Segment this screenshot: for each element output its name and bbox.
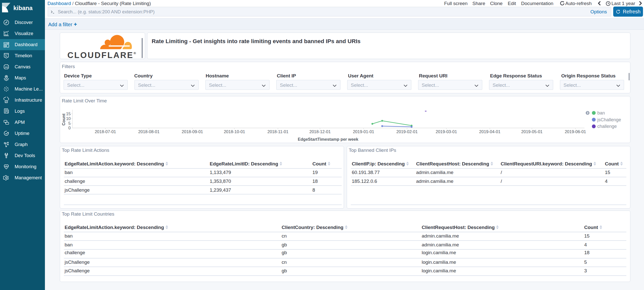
svg-text:2019-05-01: 2019-05-01 (521, 129, 543, 134)
svg-text:2019-06-01: 2019-06-01 (565, 129, 586, 134)
svg-text:2019-02-01: 2019-02-01 (396, 129, 418, 134)
svg-text:2018-07-01: 2018-07-01 (95, 129, 116, 134)
svg-text:2018-09-01: 2018-09-01 (182, 129, 203, 134)
svg-text:15: 15 (66, 111, 71, 116)
svg-text:0: 0 (68, 126, 71, 130)
svg-text:5: 5 (68, 121, 71, 126)
svg-text:2019-01-01: 2019-01-01 (353, 129, 374, 134)
svg-text:2018-12-01: 2018-12-01 (309, 129, 331, 134)
svg-text:2019-04-01: 2019-04-01 (479, 129, 500, 134)
svg-text:ban: ban (597, 110, 605, 115)
svg-text:challenge: challenge (597, 124, 617, 129)
svg-text:2018-08-01: 2018-08-01 (138, 129, 159, 134)
svg-text:2019-03-01: 2019-03-01 (436, 129, 457, 134)
svg-text:jsChallenge: jsChallenge (597, 117, 621, 122)
svg-text:EdgeStartTimestamp per week: EdgeStartTimestamp per week (298, 137, 359, 141)
svg-text:2018-10-01: 2018-10-01 (224, 129, 245, 134)
svg-text:Count: Count (61, 113, 66, 126)
svg-text:10: 10 (66, 116, 71, 121)
svg-text:2018-11-01: 2018-11-01 (267, 129, 288, 134)
